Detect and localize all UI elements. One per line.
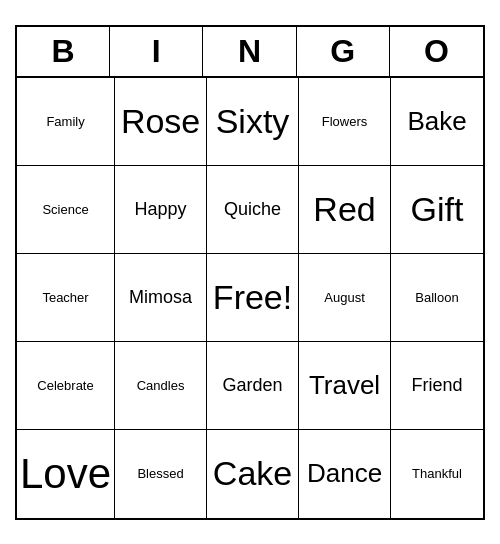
bingo-cell-r3-c2: Garden	[207, 342, 299, 430]
bingo-cell-r0-c4: Bake	[391, 78, 483, 166]
bingo-cell-r4-c1: Blessed	[115, 430, 207, 518]
bingo-cell-r1-c3: Red	[299, 166, 391, 254]
bingo-cell-r1-c2: Quiche	[207, 166, 299, 254]
bingo-cell-r1-c0: Science	[17, 166, 115, 254]
bingo-cell-r0-c0: Family	[17, 78, 115, 166]
header-letter-o: O	[390, 27, 483, 76]
bingo-cell-r3-c0: Celebrate	[17, 342, 115, 430]
bingo-cell-r3-c1: Candles	[115, 342, 207, 430]
bingo-cell-r0-c1: Rose	[115, 78, 207, 166]
bingo-cell-r4-c4: Thankful	[391, 430, 483, 518]
bingo-header: BINGO	[17, 27, 483, 78]
bingo-cell-r2-c3: August	[299, 254, 391, 342]
header-letter-n: N	[203, 27, 296, 76]
bingo-cell-r2-c2: Free!	[207, 254, 299, 342]
bingo-cell-r3-c3: Travel	[299, 342, 391, 430]
bingo-cell-r3-c4: Friend	[391, 342, 483, 430]
bingo-cell-r4-c0: Love	[17, 430, 115, 518]
bingo-cell-r0-c3: Flowers	[299, 78, 391, 166]
header-letter-g: G	[297, 27, 390, 76]
header-letter-b: B	[17, 27, 110, 76]
header-letter-i: I	[110, 27, 203, 76]
bingo-cell-r1-c4: Gift	[391, 166, 483, 254]
bingo-grid: FamilyRoseSixtyFlowersBakeScienceHappyQu…	[17, 78, 483, 518]
bingo-cell-r1-c1: Happy	[115, 166, 207, 254]
bingo-cell-r0-c2: Sixty	[207, 78, 299, 166]
bingo-card: BINGO FamilyRoseSixtyFlowersBakeScienceH…	[15, 25, 485, 520]
bingo-cell-r4-c3: Dance	[299, 430, 391, 518]
bingo-cell-r4-c2: Cake	[207, 430, 299, 518]
bingo-cell-r2-c1: Mimosa	[115, 254, 207, 342]
bingo-cell-r2-c0: Teacher	[17, 254, 115, 342]
bingo-cell-r2-c4: Balloon	[391, 254, 483, 342]
